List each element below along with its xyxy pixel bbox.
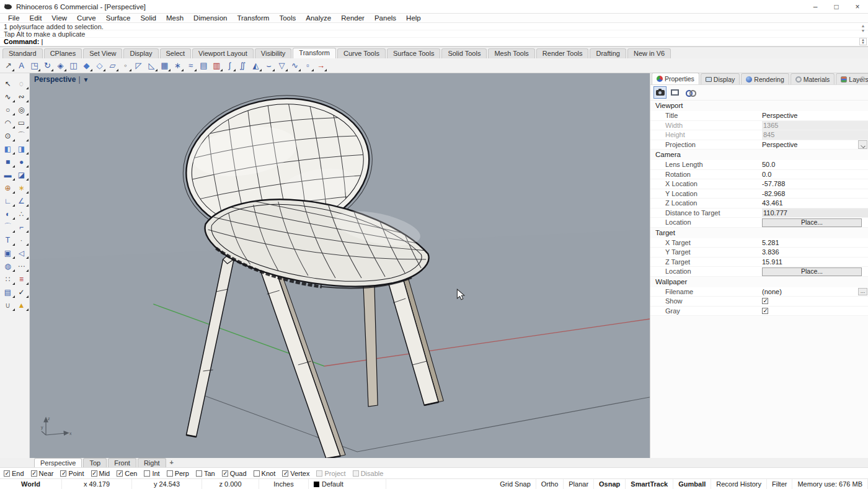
osnap-toggle[interactable]: Near xyxy=(31,470,54,477)
toolbar-tab[interactable]: Set View xyxy=(83,48,122,58)
status-segment[interactable]: Osnap xyxy=(594,479,626,489)
menu-item[interactable]: File xyxy=(4,14,24,22)
property-row[interactable]: Height 845 xyxy=(650,130,868,140)
menu-item[interactable]: View xyxy=(47,14,71,22)
hide-object-icon[interactable]: ⋯ xyxy=(15,259,29,272)
panel-toolbar-button[interactable] xyxy=(668,86,681,99)
menu-item[interactable]: Panels xyxy=(370,14,401,22)
text-icon[interactable]: T xyxy=(1,233,15,246)
menu-item[interactable]: Curve xyxy=(73,14,100,22)
property-value[interactable]: 5.281 xyxy=(762,239,857,246)
flow-surface-icon[interactable]: ∬ xyxy=(236,59,249,72)
panel-tab[interactable]: Rendering xyxy=(741,73,789,84)
twist-icon[interactable]: ◭ xyxy=(249,59,262,72)
notebook-icon[interactable]: ▤ xyxy=(1,285,15,298)
viewport-tab[interactable]: Right xyxy=(138,458,166,467)
osnap-checkbox[interactable] xyxy=(4,470,10,477)
scroll-up-icon[interactable]: ▲ xyxy=(861,24,866,29)
viewport-tab[interactable]: Perspective xyxy=(34,458,82,467)
viewport-canvas[interactable]: x y z xyxy=(30,73,650,458)
property-value[interactable]: 3.836 xyxy=(762,248,857,256)
explode-icon[interactable]: ∗ xyxy=(15,181,29,194)
osnap-toggle[interactable]: Point xyxy=(60,470,84,477)
property-value[interactable]: 43.461 xyxy=(762,199,857,207)
scale-2d-icon[interactable]: ◇ xyxy=(93,59,106,72)
property-value[interactable]: Perspective xyxy=(762,141,857,148)
toolbar-tab[interactable]: Select xyxy=(160,48,192,58)
property-value[interactable]: 110.777 xyxy=(762,209,868,218)
property-row[interactable]: Rotation 0.0 xyxy=(650,170,868,180)
curve-icon[interactable]: ∿ xyxy=(1,90,15,103)
flow-icon[interactable]: ∫ xyxy=(223,59,236,72)
arc-icon[interactable]: ◠ xyxy=(1,116,15,129)
property-row[interactable]: Y Target 3.836 xyxy=(650,248,868,258)
viewport-tab[interactable]: Top xyxy=(83,458,107,467)
status-segment[interactable]: Default xyxy=(309,479,386,489)
panel-tab[interactable]: Materials xyxy=(790,73,835,84)
viewport-title[interactable]: Perspective | ▼ xyxy=(34,75,89,84)
menu-item[interactable]: Tools xyxy=(275,14,300,22)
toolbar-tab[interactable]: New in V6 xyxy=(627,48,671,58)
menu-item[interactable]: Dimension xyxy=(189,14,231,22)
toolbar-tab[interactable]: Mesh Tools xyxy=(488,48,534,58)
viewport-tab[interactable]: Front xyxy=(108,458,136,467)
osnap-toggle[interactable]: Disable xyxy=(353,470,384,477)
rotate-icon[interactable]: ↻ xyxy=(41,59,54,72)
toolbar-tab[interactable]: Render Tools xyxy=(536,48,589,58)
property-row[interactable]: Show xyxy=(650,297,868,307)
close-button[interactable]: × xyxy=(847,0,868,13)
osnap-toggle[interactable]: Knot xyxy=(254,470,276,477)
scale-icon[interactable]: ◆ xyxy=(80,59,93,72)
array-surface-icon[interactable]: ▤ xyxy=(197,59,210,72)
property-value[interactable]: 15.911 xyxy=(762,258,857,266)
point-cloud-icon[interactable]: ∴ xyxy=(15,207,29,220)
checkbox[interactable] xyxy=(762,298,768,304)
osnap-toggle[interactable]: Mid xyxy=(91,470,110,477)
place-button[interactable]: Place... xyxy=(762,267,862,276)
status-segment[interactable]: Gumball xyxy=(673,479,711,489)
group-icon[interactable]: ▣ xyxy=(1,246,15,259)
status-segment[interactable]: Grid Snap xyxy=(495,479,536,489)
property-row[interactable]: Z Location 43.461 xyxy=(650,199,868,209)
command-scrollbar[interactable]: ▲ ▼ xyxy=(859,24,867,34)
chevron-down-icon[interactable] xyxy=(858,140,867,149)
osnap-toggle[interactable]: Project xyxy=(316,470,345,477)
osnap-checkbox[interactable] xyxy=(196,470,202,477)
osnap-checkbox[interactable] xyxy=(353,470,359,477)
gear-icon[interactable]: ⚙ xyxy=(859,75,866,83)
smooth-icon[interactable]: ∿ xyxy=(288,59,301,72)
pipe-icon[interactable]: ⌒ xyxy=(1,220,15,233)
menu-item[interactable]: Edit xyxy=(25,14,46,22)
status-segment[interactable]: y 24.543 xyxy=(132,479,202,489)
property-value[interactable]: 0.0 xyxy=(762,171,857,178)
property-row[interactable]: Gray xyxy=(650,307,868,316)
status-segment[interactable]: Filter xyxy=(767,479,792,489)
remap-cplane-icon[interactable]: ◺ xyxy=(145,59,158,72)
center-circle-icon[interactable]: ⊙ xyxy=(1,129,15,142)
property-value[interactable]: (none) xyxy=(762,288,857,295)
menu-item[interactable]: Surface xyxy=(102,14,135,22)
property-row[interactable]: Lens Length 50.0 xyxy=(650,160,868,170)
helix-icon[interactable]: ⌒ xyxy=(15,129,29,142)
property-row[interactable]: X Location -57.788 xyxy=(650,179,868,189)
chamfer-edge-icon[interactable]: ∠ xyxy=(15,194,29,207)
panel-tab[interactable]: Properties xyxy=(652,73,699,84)
toolbar-tab[interactable]: Curve Tools xyxy=(337,48,386,58)
circle-icon[interactable]: ○ xyxy=(1,103,15,116)
property-row[interactable]: Location Place... Place... xyxy=(650,218,868,228)
check-icon[interactable]: ✓ xyxy=(15,285,29,298)
toolbar-tab[interactable]: Viewport Layout xyxy=(192,48,254,58)
osnap-checkbox[interactable] xyxy=(316,470,322,477)
osnap-checkbox[interactable] xyxy=(144,470,150,477)
array-icon[interactable]: ▦ xyxy=(158,59,171,72)
cage-edit-icon[interactable]: ▫ xyxy=(301,59,314,72)
sphere-icon[interactable]: ● xyxy=(15,155,29,168)
property-row[interactable]: Title Perspective xyxy=(650,111,868,121)
toolbar-tab[interactable]: Transform xyxy=(293,48,336,58)
status-segment[interactable]: Ortho xyxy=(536,479,564,489)
place-button[interactable]: Place... xyxy=(762,218,862,227)
property-row[interactable]: Filename (none) ... ... xyxy=(650,287,868,297)
deform-box-icon[interactable]: ◪ xyxy=(15,168,29,181)
panel-toolbar-button[interactable] xyxy=(683,86,696,99)
osnap-toggle[interactable]: Int xyxy=(144,470,159,477)
